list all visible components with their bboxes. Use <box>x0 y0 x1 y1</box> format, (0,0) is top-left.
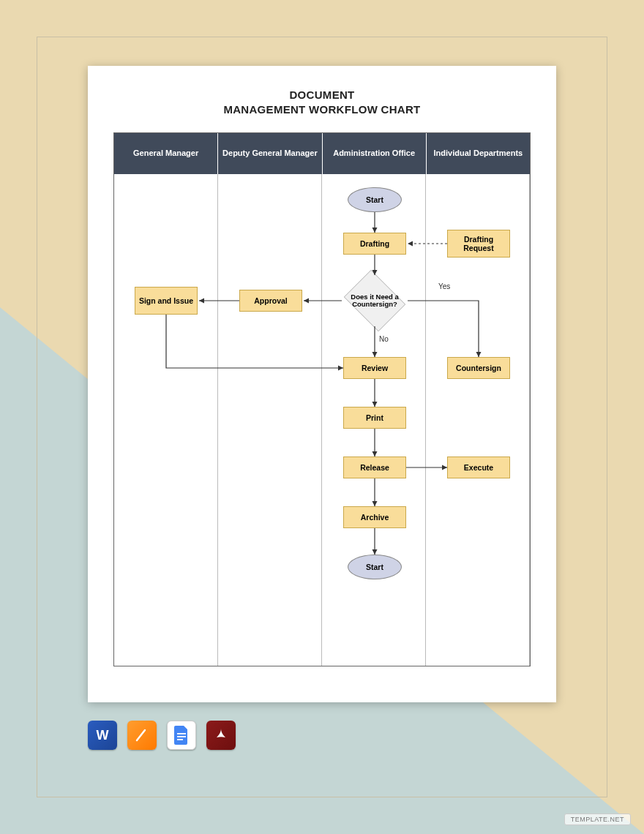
lane-header-individual: Individual Departments <box>427 133 530 174</box>
node-execute: Execute <box>447 457 510 478</box>
lane-general-manager <box>114 174 218 666</box>
node-review: Review <box>343 357 406 379</box>
title-line-2: MANAGEMENT WORKFLOW CHART <box>223 103 420 116</box>
lane-header-admin: Administration Office <box>323 133 427 174</box>
format-icons-row: W <box>88 721 236 750</box>
lane-headers: General Manager Deputy General Manager A… <box>114 133 530 174</box>
label-yes: Yes <box>438 282 450 290</box>
document-page: DOCUMENT MANAGEMENT WORKFLOW CHART Gener… <box>88 66 556 702</box>
node-drafting-request: Drafting Request <box>447 230 510 258</box>
lane-header-general-manager: General Manager <box>114 133 218 174</box>
node-sign-issue-label: Sign and Issue <box>139 296 193 305</box>
node-countersign: Countersign <box>447 357 510 379</box>
lane-deputy <box>218 174 322 666</box>
node-start-label: Start <box>366 195 383 204</box>
node-drafting: Drafting <box>343 233 406 255</box>
node-drafting-request-label: Drafting Request <box>451 235 506 252</box>
page-title: DOCUMENT MANAGEMENT WORKFLOW CHART <box>113 88 531 116</box>
svg-rect-11 <box>177 733 186 735</box>
swimlane-table: General Manager Deputy General Manager A… <box>113 132 531 666</box>
node-end-label: Start <box>366 563 383 571</box>
node-end: Start <box>348 555 402 579</box>
word-icon[interactable]: W <box>88 721 117 750</box>
node-release: Release <box>343 457 406 478</box>
node-execute-label: Execute <box>464 463 493 472</box>
node-archive: Archive <box>343 506 406 528</box>
label-no: No <box>379 335 389 343</box>
svg-rect-13 <box>177 739 183 740</box>
google-docs-icon[interactable] <box>167 721 196 750</box>
lane-header-deputy: Deputy General Manager <box>218 133 322 174</box>
node-countersign-label: Countersign <box>456 364 501 372</box>
node-approval: Approval <box>239 290 302 312</box>
node-decision-label: Does it Need a Countersign? <box>340 274 409 328</box>
watermark: TEMPLATE.NET <box>564 814 631 825</box>
node-start: Start <box>348 187 402 212</box>
node-drafting-label: Drafting <box>360 239 389 248</box>
node-approval-label: Approval <box>254 296 288 305</box>
pages-icon[interactable] <box>127 721 157 750</box>
node-archive-label: Archive <box>361 513 389 522</box>
lanes-body: Start Drafting Drafting Request Does it … <box>114 174 530 666</box>
node-release-label: Release <box>360 463 389 472</box>
node-review-label: Review <box>362 364 388 372</box>
node-print: Print <box>343 407 406 429</box>
node-decision: Does it Need a Countersign? <box>340 274 409 328</box>
svg-rect-12 <box>177 736 186 737</box>
node-print-label: Print <box>366 413 383 422</box>
pdf-icon[interactable] <box>206 721 236 750</box>
title-line-1: DOCUMENT <box>289 89 354 101</box>
node-sign-issue: Sign and Issue <box>135 287 198 315</box>
